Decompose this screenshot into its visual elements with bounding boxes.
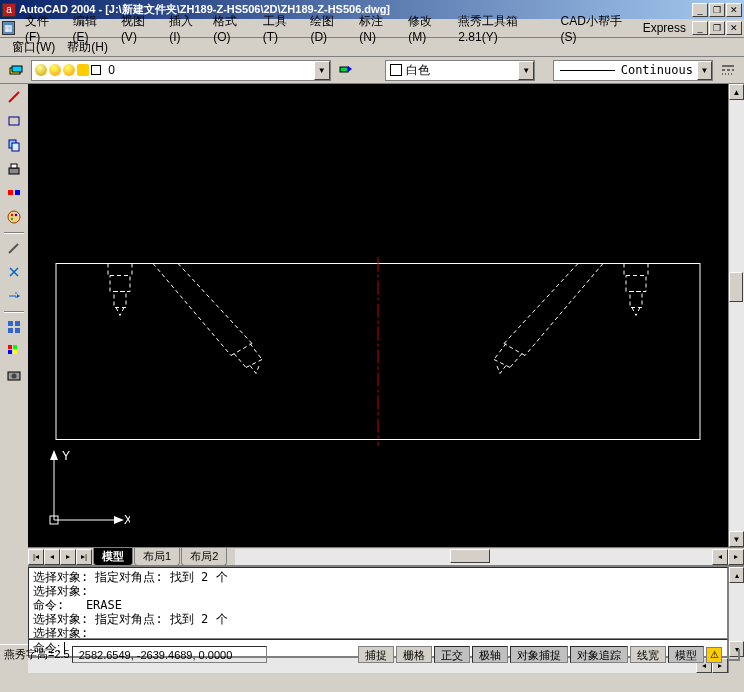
svg-rect-9 — [12, 143, 19, 151]
menu-view[interactable]: 视图(V) — [115, 12, 163, 45]
doc-restore-button[interactable]: ❐ — [709, 21, 725, 35]
tool-print-button[interactable] — [3, 158, 25, 180]
properties-toolbar: 0 ▼ 白色 ▼ Continuous ▼ — [0, 57, 744, 84]
minimize-button[interactable]: _ — [692, 3, 708, 17]
status-lwt-toggle[interactable]: 线宽 — [630, 646, 666, 663]
tool-rectangle-button[interactable] — [3, 110, 25, 132]
layer-color-swatch — [91, 65, 101, 75]
tab-prev-button[interactable]: ◂ — [44, 549, 60, 565]
status-osnap-toggle[interactable]: 对象捕捉 — [510, 646, 568, 663]
svg-line-41 — [250, 344, 262, 360]
drawing-area[interactable]: Y X — [28, 84, 728, 547]
tool-trim-button[interactable] — [3, 261, 25, 283]
status-snap-toggle[interactable]: 捕捉 — [358, 646, 394, 663]
svg-line-48 — [494, 360, 510, 368]
svg-rect-22 — [15, 321, 20, 326]
linetype-manager-button[interactable] — [717, 59, 740, 81]
doc-minimize-button[interactable]: _ — [692, 21, 708, 35]
svg-rect-11 — [11, 164, 17, 168]
menu-help[interactable]: 帮助(H) — [61, 38, 114, 57]
status-grid-toggle[interactable]: 栅格 — [396, 646, 432, 663]
document-icon[interactable]: ▦ — [2, 21, 15, 35]
scroll-track[interactable] — [729, 100, 744, 531]
svg-point-30 — [12, 374, 17, 379]
tool-colors-button[interactable] — [3, 340, 25, 362]
svg-rect-23 — [8, 328, 13, 333]
svg-line-38 — [178, 264, 252, 344]
color-combo[interactable]: 白色 ▼ — [385, 60, 535, 81]
menu-window[interactable]: 窗口(W) — [6, 38, 61, 57]
colors-icon — [6, 343, 22, 359]
status-otrack-toggle[interactable]: 对象追踪 — [570, 646, 628, 663]
tab-layout2[interactable]: 布局2 — [181, 548, 227, 566]
match-icon — [6, 185, 22, 201]
close-button[interactable]: ✕ — [726, 3, 742, 17]
tool-extend-button[interactable] — [3, 285, 25, 307]
copy-icon — [6, 137, 22, 153]
svg-rect-27 — [8, 350, 12, 354]
menu-tools[interactable]: 工具(T) — [257, 12, 305, 45]
tab-model[interactable]: 模型 — [93, 548, 133, 566]
svg-rect-12 — [8, 190, 13, 195]
cad-drawing — [28, 84, 728, 547]
tab-first-button[interactable]: |◂ — [28, 549, 44, 565]
palette-icon — [6, 209, 22, 225]
hscroll-left-button[interactable]: ◂ — [712, 549, 728, 565]
layer-name: 0 — [104, 63, 314, 77]
svg-line-37 — [153, 264, 231, 356]
app-icon: a — [2, 3, 16, 17]
tool-line-button[interactable] — [3, 86, 25, 108]
linetype-name: Continuous — [621, 63, 697, 77]
layer-manager-button[interactable] — [4, 59, 27, 81]
status-coords[interactable]: 2582.6549, -2639.4689, 0.0000 — [72, 646, 267, 663]
layer-dropdown-btn[interactable]: ▼ — [314, 61, 330, 80]
scroll-thumb[interactable] — [729, 272, 743, 302]
svg-rect-35 — [110, 276, 130, 292]
trim-icon — [6, 264, 22, 280]
layer-previous-button[interactable] — [335, 59, 358, 81]
toolbar-separator-2 — [4, 311, 24, 312]
linetype-combo[interactable]: Continuous ▼ — [553, 60, 713, 81]
tab-layout1[interactable]: 布局1 — [134, 548, 180, 566]
tool-copy-button[interactable] — [3, 134, 25, 156]
menu-format[interactable]: 格式(O) — [207, 12, 257, 45]
menu-draw[interactable]: 绘图(D) — [304, 12, 353, 45]
svg-point-14 — [8, 211, 20, 223]
tab-next-button[interactable]: ▸ — [60, 549, 76, 565]
command-history[interactable]: 选择对象: 指定对角点: 找到 2 个 选择对象: 命令: ERASE 选择对象… — [28, 567, 728, 639]
tool-grid-button[interactable] — [3, 316, 25, 338]
status-tray-icon[interactable]: ⚠ — [706, 647, 722, 663]
layer-combo[interactable]: 0 ▼ — [31, 60, 331, 81]
svg-rect-2 — [340, 67, 348, 72]
tab-last-button[interactable]: ▸| — [76, 549, 92, 565]
status-polar-toggle[interactable]: 极轴 — [472, 646, 508, 663]
tool-draw1-button[interactable] — [3, 237, 25, 259]
window-buttons: _ ❐ ✕ — [692, 3, 742, 17]
svg-line-18 — [9, 244, 18, 253]
tool-snapshot-button[interactable] — [3, 364, 25, 386]
hscroll-right-button[interactable]: ▸ — [728, 549, 744, 565]
menu-dimension[interactable]: 标注(N) — [353, 12, 402, 45]
status-ortho-toggle[interactable]: 正交 — [434, 646, 470, 663]
maximize-button[interactable]: ❐ — [709, 3, 725, 17]
cmd-scroll-up[interactable]: ▴ — [729, 567, 744, 583]
doc-close-button[interactable]: ✕ — [726, 21, 742, 35]
layers-icon — [8, 62, 24, 78]
tool-match-button[interactable] — [3, 182, 25, 204]
h-scroll-track[interactable] — [235, 549, 712, 565]
status-model-toggle[interactable]: 模型 — [668, 646, 704, 663]
menu-yanxiu[interactable]: 燕秀工具箱2.81(Y) — [452, 12, 554, 45]
resize-grip[interactable] — [728, 649, 740, 661]
tool-palette-button[interactable] — [3, 206, 25, 228]
scroll-down-button[interactable]: ▼ — [729, 531, 744, 547]
menu-cadhelper[interactable]: CAD小帮手(S) — [554, 12, 636, 45]
h-scroll-thumb[interactable] — [450, 549, 490, 563]
scroll-up-button[interactable]: ▲ — [729, 84, 744, 100]
vertical-scrollbar[interactable]: ▲ ▼ — [728, 84, 744, 547]
color-dropdown-btn[interactable]: ▼ — [518, 61, 534, 80]
linetype-dropdown-btn[interactable]: ▼ — [697, 61, 712, 80]
menu-modify[interactable]: 修改(M) — [402, 12, 452, 45]
menu-insert[interactable]: 插入(I) — [163, 12, 207, 45]
menu-express[interactable]: Express — [637, 20, 692, 36]
linetype-preview — [560, 70, 615, 71]
